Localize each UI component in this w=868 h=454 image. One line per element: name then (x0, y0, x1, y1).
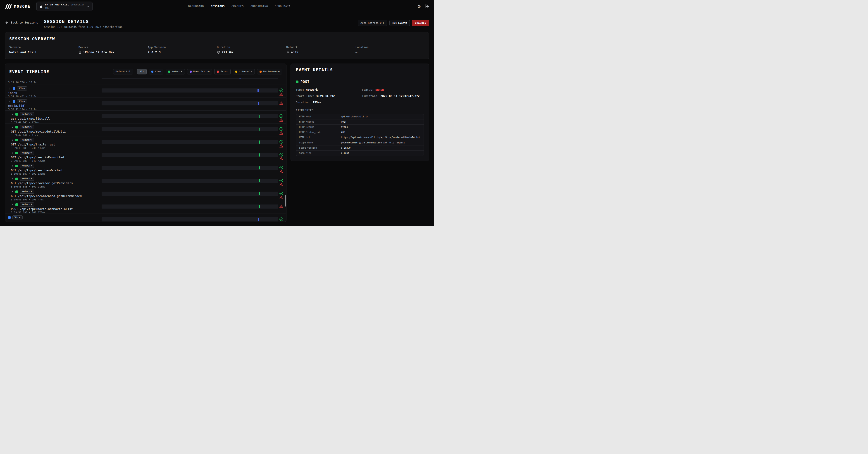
back-to-sessions-button[interactable]: Back to Sessions (5, 21, 38, 25)
filter-performance-button[interactable]: Performance (257, 69, 282, 74)
field-value: 2.0.2.3 (148, 51, 217, 54)
chevron-right-icon[interactable] (11, 126, 13, 128)
attribute-key: HTTP Method (299, 120, 341, 124)
timeline-row[interactable]: Network GET /api/trpc/user.isFavorited 3… (5, 149, 286, 162)
chevron-right-icon[interactable] (11, 113, 13, 116)
field-label: Duration (217, 46, 286, 49)
filter-network-button[interactable]: Network (166, 69, 185, 74)
chevron-right-icon[interactable] (11, 139, 13, 141)
warning-triangle-icon (279, 118, 283, 122)
nav-item-crashes[interactable]: CRASHES (231, 5, 244, 8)
status-icon (279, 179, 283, 183)
warning-triangle-icon (279, 183, 283, 187)
logout-icon[interactable] (425, 4, 429, 9)
nav-item-sessions[interactable]: SESSIONS (211, 5, 225, 8)
timeline-track (102, 166, 278, 170)
timeline-bar (259, 153, 260, 157)
event-duration: Duration:155ms (296, 101, 362, 104)
timeline-row[interactable]: Network GET /api/trpc/provider.getProvid… (5, 175, 286, 188)
event-start-time: Start Time:3:39:50.092 (296, 94, 362, 98)
filter-view-button[interactable]: View (149, 69, 164, 74)
attribute-row: Scope Name @opentelemetry/instrumentatio… (296, 140, 424, 145)
chevron-right-icon[interactable] (8, 87, 11, 90)
filter-lifecycle-button[interactable]: Lifecycle (233, 69, 255, 74)
phone-icon (79, 51, 82, 54)
field-label: Network (286, 46, 355, 49)
attribute-row: HTTP Url https://api.watchandchill.in/ap… (296, 135, 424, 140)
chevron-right-icon[interactable] (11, 177, 13, 180)
app-root: MOBORE WATCH AND CHILL production iOS DA… (0, 0, 434, 226)
overview-field-device: Device iPhone 12 Pro Max (79, 46, 148, 54)
nav-item-onboarding[interactable]: ONBOARDING (250, 5, 268, 8)
attribute-row: HTTP Host api.watchandchill.in (296, 114, 424, 120)
chevron-right-icon[interactable] (11, 164, 13, 167)
app-name: WATCH AND CHILL (45, 3, 69, 6)
attribute-key: Span Kind (299, 152, 341, 155)
app-selector[interactable]: WATCH AND CHILL production iOS (36, 2, 93, 11)
attribute-key: HTTP Status_code (299, 131, 341, 134)
chevron-right-icon[interactable] (11, 152, 13, 154)
event-title: POST (301, 80, 310, 84)
nav-item-dashboard[interactable]: DASHBOARD (188, 5, 204, 8)
filter-error-button[interactable]: Error (214, 69, 230, 74)
overview-field-duration: Duration 221.6m (217, 46, 286, 54)
scrollbar-thumb[interactable] (285, 195, 286, 206)
settings-gear-icon[interactable]: ⚙ (417, 4, 421, 9)
timeline-row[interactable]: Network GET /api/trpc/recommended.getRec… (5, 188, 286, 201)
field-value: Watch and Chill (9, 51, 79, 54)
crashed-status-badge: CRASHED (412, 20, 429, 26)
timeline-row[interactable]: Network GET /api/trpc/movie.detailMulti … (5, 123, 286, 136)
performance-color-swatch (259, 71, 261, 73)
attribute-row: Scope Version 0.203.0 (296, 145, 424, 151)
event-type-badge: Network (20, 202, 34, 206)
filter-all-button[interactable]: All (137, 69, 147, 74)
attribute-value: @opentelemetry/instrumentation-xml-http-… (341, 141, 421, 144)
brand-logo[interactable]: MOBORE (5, 4, 31, 9)
chevron-right-icon[interactable] (11, 190, 13, 193)
title-block: SESSION DETAILS Session ID: 789335d5-fac… (44, 19, 122, 29)
timeline-row[interactable]: View index 3:39:28.481 • 13.6s (5, 85, 286, 97)
unfold-all-button[interactable]: Unfold All (113, 69, 133, 74)
app-environment: production (71, 3, 84, 6)
timeline-row[interactable]: Network GET /api/trpc/trailer.get 3:39:4… (5, 136, 286, 149)
timeline-row[interactable]: View (5, 214, 286, 222)
event-type-color (16, 203, 18, 206)
user-action-color-swatch (190, 71, 192, 73)
timeline-bar (258, 102, 259, 105)
warning-triangle-icon (279, 131, 283, 135)
main-content: EVENT TIMELINE Unfold All All View Netwo… (5, 64, 429, 222)
overview-field-service: Service Watch and Chill (9, 46, 79, 54)
attribute-key: Scope Version (299, 147, 341, 150)
view-color-swatch (151, 71, 153, 73)
check-circle-icon (279, 114, 283, 118)
timeline-row-partial-top[interactable]: 3:21:16.766 • 16.7s (5, 78, 286, 85)
event-details-title: EVENT DETAILS (296, 67, 424, 72)
warning-triangle-icon (279, 144, 283, 148)
timeline-row[interactable]: Network GET /api/trpc/list.all 3:39:42.1… (5, 110, 286, 123)
attribute-value: 400 (341, 131, 421, 134)
timeline-row[interactable]: Network GET /api/trpc/user.hasWatched 3:… (5, 162, 286, 175)
timeline-header: EVENT TIMELINE Unfold All All View Netwo… (5, 64, 286, 78)
attributes-table: HTTP Host api.watchandchill.in HTTP Meth… (296, 114, 424, 156)
timeline-list: 3:21:16.766 • 16.7s View index 3:39:28.4… (5, 78, 286, 222)
event-type-badge: Network (20, 164, 34, 168)
timeline-track (102, 217, 278, 222)
overview-field-location: Location — (355, 46, 425, 54)
page-header: Back to Sessions SESSION DETAILS Session… (5, 19, 429, 29)
session-overview-panel: SESSION OVERVIEW Service Watch and Chill… (5, 32, 429, 59)
lifecycle-color-swatch (235, 71, 237, 73)
field-value: iPhone 12 Pro Max (79, 51, 148, 54)
field-label: Service (9, 46, 79, 49)
chevron-right-icon[interactable] (11, 203, 13, 206)
nav-item-send-data[interactable]: SEND DATA (275, 5, 290, 8)
filter-user-action-button[interactable]: User Action (187, 69, 212, 74)
timeline-track (102, 114, 278, 118)
timeline-row[interactable]: Network POST /api/trpc/movie.addMovieToL… (5, 201, 286, 214)
timeline-row[interactable]: View media/[id] 3:39:42.124 • 12.1s (5, 97, 286, 110)
status-icon (279, 217, 283, 221)
chevron-right-icon[interactable] (8, 100, 11, 103)
attribute-value: 0.203.0 (341, 147, 421, 150)
check-circle-icon (279, 179, 283, 183)
timeline-bar (259, 115, 259, 118)
auto-refresh-toggle[interactable]: Auto Refresh OFF (358, 20, 387, 26)
